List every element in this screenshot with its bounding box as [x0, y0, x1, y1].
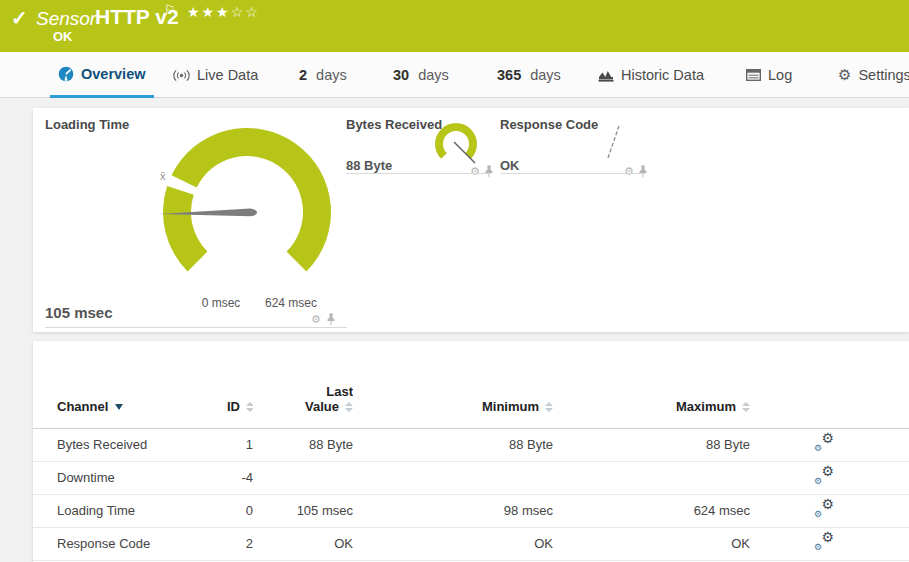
- prtg-sensor-page: ✓ Sensor HTTP v2 ⚐ ★★★☆☆ OK Overview Liv…: [0, 0, 909, 562]
- channel-max: OK: [553, 527, 750, 560]
- channel-last: [253, 461, 353, 494]
- channel-id: 1: [227, 428, 253, 461]
- loading-time-value: 105 msec: [45, 304, 113, 321]
- tile-divider: [500, 173, 645, 174]
- tab-historic-data[interactable]: Historic Data: [598, 52, 704, 98]
- channel-name: Downtime: [33, 461, 227, 494]
- tab-number: 30: [393, 67, 409, 83]
- channel-settings-button[interactable]: ⚙⚙: [814, 435, 834, 452]
- table-header-row: Channel ID Last Value Minimum Maximum: [33, 341, 909, 428]
- gauges-panel: Loading Time x̄ 0 msec 624 msec 105 msec…: [33, 108, 909, 332]
- pin-icon[interactable]: [326, 313, 336, 326]
- response-code-gauge: [600, 122, 630, 162]
- channel-gear-icon[interactable]: ⚙: [624, 166, 634, 177]
- column-label: Minimum: [482, 399, 539, 414]
- tab-label: Settings: [858, 67, 909, 83]
- channel-gear-icon[interactable]: ⚙: [470, 166, 480, 177]
- column-header-id[interactable]: ID: [227, 341, 253, 428]
- tab-log[interactable]: Log: [746, 52, 792, 98]
- column-label: Last: [326, 384, 353, 399]
- tab-live-data[interactable]: Live Data: [173, 52, 258, 98]
- channel-name: Bytes Received: [33, 428, 227, 461]
- column-label: Maximum: [676, 399, 736, 414]
- gear-icon: ⚙: [821, 530, 834, 544]
- channel-min: 88 Byte: [353, 428, 553, 461]
- sort-icon: [246, 402, 253, 412]
- channel-id: 0: [227, 494, 253, 527]
- channel-min: OK: [353, 527, 553, 560]
- tile-divider: [45, 327, 347, 328]
- gauge-title-loading-time: Loading Time: [45, 117, 129, 132]
- priority-stars[interactable]: ★★★☆☆: [187, 4, 260, 20]
- table-row: Downtime -4 ⚙⚙: [33, 461, 909, 494]
- channel-last: OK: [253, 527, 353, 560]
- column-header-channel[interactable]: Channel: [33, 341, 227, 428]
- channel-id: 2: [227, 527, 253, 560]
- bytes-received-gauge: [420, 108, 492, 180]
- tab-number: 365: [497, 67, 521, 83]
- sort-icon: [345, 402, 353, 412]
- gear-icon: ⚙: [821, 431, 834, 445]
- flag-icon[interactable]: ⚐: [164, 2, 176, 17]
- tab-label: days: [530, 67, 561, 83]
- tab-bar: Overview Live Data 2 days 30 days 365 da…: [0, 52, 909, 98]
- average-marker: x̄: [160, 170, 166, 182]
- table-row: Response Code 2 OK OK OK ⚙⚙: [33, 527, 909, 560]
- sort-desc-icon: [115, 404, 123, 410]
- sensor-header: ✓ Sensor HTTP v2 ⚐ ★★★☆☆ OK: [0, 0, 909, 52]
- channels-table: Channel ID Last Value Minimum Maximum: [33, 341, 909, 561]
- tab-label: Overview: [81, 66, 146, 82]
- channel-settings-button[interactable]: ⚙⚙: [814, 501, 834, 518]
- sensor-status-badge: OK: [53, 29, 73, 44]
- pin-icon[interactable]: [484, 165, 494, 178]
- response-code-value: OK: [500, 158, 520, 173]
- channel-settings-button[interactable]: ⚙⚙: [814, 468, 834, 485]
- column-label: Value: [305, 399, 339, 414]
- tab-2-days[interactable]: 2 days: [299, 52, 347, 98]
- channel-id: -4: [227, 461, 253, 494]
- histogram-icon: [598, 69, 614, 82]
- table-row: Loading Time 0 105 msec 98 msec 624 msec…: [33, 494, 909, 527]
- sort-icon: [742, 402, 750, 412]
- tab-label: days: [418, 67, 449, 83]
- channel-name: Loading Time: [33, 494, 227, 527]
- table-row: Bytes Received 1 88 Byte 88 Byte 88 Byte…: [33, 428, 909, 461]
- channel-last: 88 Byte: [253, 428, 353, 461]
- tab-number: 2: [299, 67, 307, 83]
- live-signal-icon: [173, 69, 190, 82]
- gauge-icon: [58, 66, 74, 82]
- gear-icon: ⚙: [838, 66, 851, 84]
- channel-settings-button[interactable]: ⚙⚙: [814, 534, 834, 551]
- channel-gear-icon[interactable]: ⚙: [311, 314, 321, 325]
- pin-icon[interactable]: [638, 165, 648, 178]
- column-header-last-value[interactable]: Last Value: [253, 341, 353, 428]
- tab-settings[interactable]: ⚙ Settings: [838, 52, 909, 98]
- gauge-needle: [608, 126, 619, 158]
- channel-max: 88 Byte: [553, 428, 750, 461]
- sensor-type-label: Sensor: [36, 8, 96, 30]
- tab-label: Live Data: [197, 67, 258, 83]
- tab-label: days: [316, 67, 347, 83]
- gear-icon: ⚙: [821, 464, 834, 478]
- tab-overview[interactable]: Overview: [50, 52, 154, 98]
- gear-icon: ⚙: [821, 497, 834, 511]
- tab-365-days[interactable]: 365 days: [497, 52, 561, 98]
- tab-30-days[interactable]: 30 days: [393, 52, 449, 98]
- sort-icon: [545, 402, 553, 412]
- tile-divider: [346, 173, 491, 174]
- column-header-settings: [750, 341, 909, 428]
- gauge-scale-max: 624 msec: [256, 296, 326, 310]
- column-header-minimum[interactable]: Minimum: [353, 341, 553, 428]
- column-label: Channel: [57, 399, 108, 414]
- column-label: ID: [227, 399, 240, 414]
- tab-label: Historic Data: [621, 67, 704, 83]
- channel-last: 105 msec: [253, 494, 353, 527]
- channel-min: 98 msec: [353, 494, 553, 527]
- tab-label: Log: [768, 67, 792, 83]
- channel-max: 624 msec: [553, 494, 750, 527]
- channels-table-panel: Channel ID Last Value Minimum Maximum: [33, 341, 909, 562]
- channel-min: [353, 461, 553, 494]
- column-header-maximum[interactable]: Maximum: [553, 341, 750, 428]
- channel-name: Response Code: [33, 527, 227, 560]
- gauge-scale-min: 0 msec: [186, 296, 256, 310]
